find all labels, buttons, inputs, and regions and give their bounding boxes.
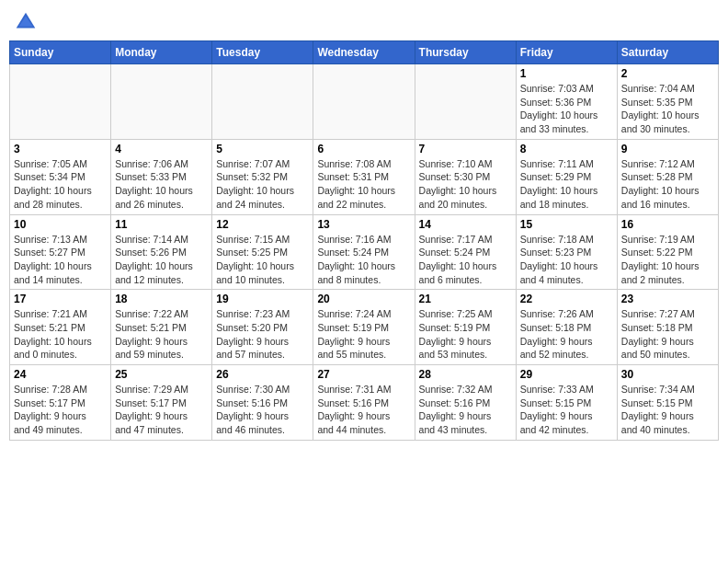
weekday-header-wednesday: Wednesday [313, 41, 415, 64]
day-info: Sunrise: 7:33 AMSunset: 5:15 PMDaylight:… [520, 383, 613, 437]
day-number: 29 [520, 368, 613, 381]
calendar-week-row: 24Sunrise: 7:28 AMSunset: 5:17 PMDayligh… [10, 365, 719, 441]
calendar-cell: 18Sunrise: 7:22 AMSunset: 5:21 PMDayligh… [111, 290, 212, 365]
day-number: 27 [317, 368, 410, 381]
calendar-cell: 12Sunrise: 7:15 AMSunset: 5:25 PMDayligh… [212, 214, 313, 290]
calendar-cell [111, 64, 212, 140]
calendar-cell: 16Sunrise: 7:19 AMSunset: 5:22 PMDayligh… [617, 214, 718, 290]
calendar-cell: 30Sunrise: 7:34 AMSunset: 5:15 PMDayligh… [617, 365, 718, 441]
calendar-cell: 6Sunrise: 7:08 AMSunset: 5:31 PMDaylight… [313, 139, 415, 214]
day-info: Sunrise: 7:14 AMSunset: 5:26 PMDaylight:… [115, 233, 208, 287]
day-number: 19 [216, 293, 309, 305]
calendar-cell: 20Sunrise: 7:24 AMSunset: 5:19 PMDayligh… [313, 290, 415, 365]
day-number: 5 [216, 143, 309, 155]
day-number: 13 [317, 218, 410, 231]
day-number: 28 [419, 368, 512, 381]
day-info: Sunrise: 7:19 AMSunset: 5:22 PMDaylight:… [621, 233, 714, 287]
calendar-cell: 7Sunrise: 7:10 AMSunset: 5:30 PMDaylight… [415, 139, 516, 214]
calendar-body: 1Sunrise: 7:03 AMSunset: 5:36 PMDaylight… [10, 64, 719, 441]
day-info: Sunrise: 7:10 AMSunset: 5:30 PMDaylight:… [419, 157, 512, 212]
weekday-header-sunday: Sunday [10, 41, 111, 64]
day-info: Sunrise: 7:27 AMSunset: 5:18 PMDaylight:… [621, 307, 714, 362]
day-number: 2 [621, 67, 714, 80]
day-info: Sunrise: 7:15 AMSunset: 5:25 PMDaylight:… [216, 233, 309, 287]
day-info: Sunrise: 7:13 AMSunset: 5:27 PMDaylight:… [14, 233, 107, 287]
calendar-cell: 21Sunrise: 7:25 AMSunset: 5:19 PMDayligh… [415, 290, 516, 365]
calendar-week-row: 1Sunrise: 7:03 AMSunset: 5:36 PMDaylight… [10, 64, 719, 140]
calendar-cell: 17Sunrise: 7:21 AMSunset: 5:21 PMDayligh… [10, 290, 111, 365]
calendar-cell: 26Sunrise: 7:30 AMSunset: 5:16 PMDayligh… [212, 365, 313, 441]
calendar-cell: 29Sunrise: 7:33 AMSunset: 5:15 PMDayligh… [516, 365, 617, 441]
calendar-cell: 1Sunrise: 7:03 AMSunset: 5:36 PMDaylight… [516, 64, 617, 140]
day-info: Sunrise: 7:23 AMSunset: 5:20 PMDaylight:… [216, 307, 309, 362]
calendar-cell [415, 64, 516, 140]
day-number: 23 [621, 293, 714, 305]
day-info: Sunrise: 7:12 AMSunset: 5:28 PMDaylight:… [621, 157, 714, 212]
day-info: Sunrise: 7:03 AMSunset: 5:36 PMDaylight:… [520, 82, 613, 136]
weekday-header-tuesday: Tuesday [212, 41, 313, 64]
day-info: Sunrise: 7:22 AMSunset: 5:21 PMDaylight:… [115, 307, 208, 362]
calendar-cell [313, 64, 415, 140]
page-header [9, 9, 719, 35]
day-number: 21 [419, 293, 512, 305]
day-number: 24 [14, 368, 107, 381]
calendar-cell: 28Sunrise: 7:32 AMSunset: 5:16 PMDayligh… [415, 365, 516, 441]
calendar-week-row: 10Sunrise: 7:13 AMSunset: 5:27 PMDayligh… [10, 214, 719, 290]
calendar-cell: 3Sunrise: 7:05 AMSunset: 5:34 PMDaylight… [10, 139, 111, 214]
day-info: Sunrise: 7:26 AMSunset: 5:18 PMDaylight:… [520, 307, 613, 362]
day-number: 22 [520, 293, 613, 305]
day-info: Sunrise: 7:34 AMSunset: 5:15 PMDaylight:… [621, 383, 714, 437]
day-number: 25 [115, 368, 208, 381]
day-number: 30 [621, 368, 714, 381]
logo [13, 9, 42, 35]
calendar-cell: 27Sunrise: 7:31 AMSunset: 5:16 PMDayligh… [313, 365, 415, 441]
calendar-cell: 23Sunrise: 7:27 AMSunset: 5:18 PMDayligh… [617, 290, 718, 365]
calendar-cell: 19Sunrise: 7:23 AMSunset: 5:20 PMDayligh… [212, 290, 313, 365]
calendar-week-row: 17Sunrise: 7:21 AMSunset: 5:21 PMDayligh… [10, 290, 719, 365]
day-number: 16 [621, 218, 714, 231]
calendar-cell: 5Sunrise: 7:07 AMSunset: 5:32 PMDaylight… [212, 139, 313, 214]
day-info: Sunrise: 7:04 AMSunset: 5:35 PMDaylight:… [621, 82, 714, 136]
calendar-cell: 2Sunrise: 7:04 AMSunset: 5:35 PMDaylight… [617, 64, 718, 140]
day-info: Sunrise: 7:25 AMSunset: 5:19 PMDaylight:… [419, 307, 512, 362]
calendar-cell: 22Sunrise: 7:26 AMSunset: 5:18 PMDayligh… [516, 290, 617, 365]
day-number: 8 [520, 143, 613, 155]
calendar-cell: 25Sunrise: 7:29 AMSunset: 5:17 PMDayligh… [111, 365, 212, 441]
weekday-header-thursday: Thursday [415, 41, 516, 64]
calendar-cell: 8Sunrise: 7:11 AMSunset: 5:29 PMDaylight… [516, 139, 617, 214]
day-info: Sunrise: 7:30 AMSunset: 5:16 PMDaylight:… [216, 383, 309, 437]
weekday-header-monday: Monday [111, 41, 212, 64]
day-info: Sunrise: 7:08 AMSunset: 5:31 PMDaylight:… [317, 157, 410, 212]
day-number: 17 [14, 293, 107, 305]
day-number: 10 [14, 218, 107, 231]
calendar-cell: 11Sunrise: 7:14 AMSunset: 5:26 PMDayligh… [111, 214, 212, 290]
calendar-cell: 24Sunrise: 7:28 AMSunset: 5:17 PMDayligh… [10, 365, 111, 441]
day-info: Sunrise: 7:29 AMSunset: 5:17 PMDaylight:… [115, 383, 208, 437]
calendar-cell: 10Sunrise: 7:13 AMSunset: 5:27 PMDayligh… [10, 214, 111, 290]
day-info: Sunrise: 7:21 AMSunset: 5:21 PMDaylight:… [14, 307, 107, 362]
day-number: 15 [520, 218, 613, 231]
weekday-header-saturday: Saturday [617, 41, 718, 64]
calendar-cell: 9Sunrise: 7:12 AMSunset: 5:28 PMDaylight… [617, 139, 718, 214]
day-info: Sunrise: 7:07 AMSunset: 5:32 PMDaylight:… [216, 157, 309, 212]
day-number: 4 [115, 143, 208, 155]
day-info: Sunrise: 7:06 AMSunset: 5:33 PMDaylight:… [115, 157, 208, 212]
day-number: 26 [216, 368, 309, 381]
weekday-header-row: SundayMondayTuesdayWednesdayThursdayFrid… [10, 41, 719, 64]
day-info: Sunrise: 7:16 AMSunset: 5:24 PMDaylight:… [317, 233, 410, 287]
day-number: 12 [216, 218, 309, 231]
day-number: 6 [317, 143, 410, 155]
calendar-cell [10, 64, 111, 140]
day-number: 3 [14, 143, 107, 155]
day-number: 9 [621, 143, 714, 155]
day-number: 20 [317, 293, 410, 305]
day-number: 11 [115, 218, 208, 231]
day-info: Sunrise: 7:31 AMSunset: 5:16 PMDaylight:… [317, 383, 410, 437]
calendar-cell: 14Sunrise: 7:17 AMSunset: 5:24 PMDayligh… [415, 214, 516, 290]
day-info: Sunrise: 7:18 AMSunset: 5:23 PMDaylight:… [520, 233, 613, 287]
day-info: Sunrise: 7:24 AMSunset: 5:19 PMDaylight:… [317, 307, 410, 362]
calendar-cell [212, 64, 313, 140]
day-number: 7 [419, 143, 512, 155]
weekday-header-friday: Friday [516, 41, 617, 64]
calendar-header: SundayMondayTuesdayWednesdayThursdayFrid… [10, 41, 719, 64]
